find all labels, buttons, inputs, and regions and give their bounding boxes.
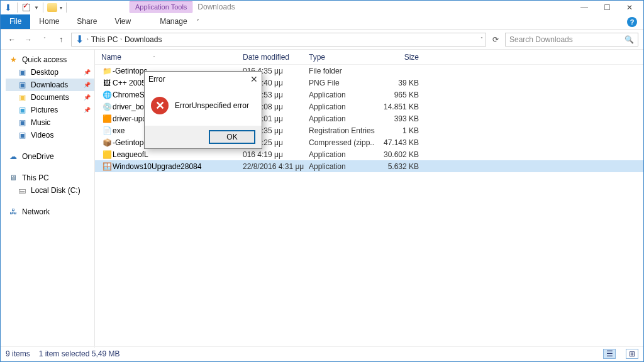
- refresh-button[interactable]: ⟳: [490, 35, 501, 44]
- nav-up-button[interactable]: ↑: [55, 33, 67, 46]
- file-size: 14.851 KB: [375, 102, 419, 111]
- ribbon-collapse-icon[interactable]: ˅: [196, 18, 199, 25]
- tab-share[interactable]: Share: [68, 14, 106, 29]
- dialog-close-button[interactable]: ✕: [250, 74, 258, 84]
- location-down-arrow-icon[interactable]: ⬇: [74, 35, 84, 45]
- sidebar-item-music[interactable]: ▣Music: [6, 116, 94, 129]
- dialog-ok-button[interactable]: OK: [209, 130, 255, 144]
- nav-back-button[interactable]: ←: [6, 33, 18, 46]
- chevron-right-icon[interactable]: ›: [87, 36, 89, 42]
- tab-manage[interactable]: Manage: [151, 14, 196, 29]
- file-name: Windows10Upgrade28084: [113, 162, 243, 171]
- disk-icon: 🖴: [17, 186, 27, 195]
- separator: [66, 3, 67, 13]
- star-icon: ★: [8, 55, 18, 64]
- col-type[interactable]: Type: [309, 53, 375, 62]
- sidebar-item-videos[interactable]: ▣Videos: [6, 129, 94, 141]
- sidebar-item-documents[interactable]: ▣Documents📌: [6, 91, 94, 104]
- address-history-dropdown[interactable]: ˅: [480, 36, 483, 42]
- file-icon: 🖼: [101, 78, 113, 88]
- file-icon: 🟧: [101, 114, 113, 124]
- help-icon[interactable]: ?: [627, 17, 637, 27]
- network-icon: 🖧: [8, 207, 18, 216]
- view-details-button[interactable]: ☰: [603, 349, 616, 359]
- file-row[interactable]: 🟨LeagueofL016 4:19 μμApplication30.602 K…: [95, 148, 643, 160]
- folder-icon: ▣: [17, 106, 27, 114]
- file-name: LeagueofL: [113, 150, 243, 159]
- error-icon: ✕: [151, 97, 169, 114]
- chevron-right-icon[interactable]: ›: [120, 36, 122, 42]
- qat-new-folder-icon[interactable]: [47, 3, 57, 12]
- file-icon: 🪟: [101, 162, 113, 172]
- file-size: 1 KB: [375, 126, 419, 135]
- sidebar-item-pictures[interactable]: ▣Pictures📌: [6, 104, 94, 116]
- file-date: 016 4:19 μμ: [243, 150, 309, 159]
- navigation-pane: ★Quick access ▣Desktop📌▣Downloads📌▣Docum…: [1, 50, 95, 348]
- minimize-button[interactable]: —: [573, 1, 596, 14]
- file-type: Application: [309, 102, 375, 111]
- file-icon: 🌐: [101, 90, 113, 100]
- pin-icon: 📌: [84, 69, 91, 75]
- folder-icon: ▣: [17, 93, 27, 102]
- tab-file[interactable]: File: [1, 14, 30, 29]
- sidebar-this-pc[interactable]: 🖥This PC: [6, 172, 94, 184]
- file-icon: 📁: [101, 66, 113, 76]
- cloud-icon: ☁: [8, 152, 18, 161]
- file-type: PNG File: [309, 79, 375, 87]
- monitor-icon: 🖥: [8, 173, 18, 182]
- pin-icon: 📌: [84, 82, 91, 88]
- status-bar: 9 items 1 item selected 5,49 MB ☰ ⊞: [1, 346, 643, 360]
- folder-icon: ▣: [17, 80, 27, 89]
- sidebar-item-downloads[interactable]: ▣Downloads📌: [6, 79, 94, 91]
- tab-home[interactable]: Home: [30, 14, 68, 29]
- nav-forward-button[interactable]: →: [22, 33, 35, 46]
- file-type: Registration Entries: [309, 126, 375, 135]
- dialog-title: Error: [148, 75, 165, 84]
- address-bar[interactable]: ⬇ › This PC › Downloads ˅: [71, 33, 486, 47]
- sidebar-network[interactable]: 🖧Network: [6, 206, 94, 218]
- col-name[interactable]: Name: [101, 53, 121, 62]
- close-button[interactable]: ✕: [618, 1, 641, 14]
- file-size: 47.143 KB: [375, 138, 419, 147]
- col-date[interactable]: Date modified: [243, 53, 309, 62]
- file-row[interactable]: 🪟Windows10Upgrade2808422/8/2016 4:31 μμA…: [95, 160, 643, 172]
- sidebar-quick-access[interactable]: ★Quick access: [6, 53, 94, 66]
- file-type: File folder: [309, 67, 375, 75]
- file-type: Application: [309, 162, 375, 171]
- qat-properties-icon[interactable]: [21, 3, 31, 13]
- window-title: Downloads: [197, 3, 235, 11]
- status-item-count: 9 items: [6, 349, 30, 358]
- view-thumbnails-button[interactable]: ⊞: [626, 349, 638, 359]
- file-type: Compressed (zipp...: [309, 138, 375, 147]
- separator: [43, 3, 43, 13]
- nav-recent-dropdown[interactable]: ˅: [38, 33, 51, 46]
- col-size[interactable]: Size: [375, 53, 419, 62]
- column-headers[interactable]: Name˄ Date modified Type Size: [95, 50, 643, 65]
- file-icon: 🟨: [101, 150, 113, 160]
- folder-icon: ▣: [17, 131, 27, 140]
- file-size: 39 KB: [375, 79, 419, 87]
- file-icon: 💿: [101, 102, 113, 112]
- qat-overflow-icon[interactable]: ▾: [60, 5, 62, 11]
- separator: [17, 3, 18, 13]
- breadcrumb-downloads[interactable]: Downloads: [125, 35, 162, 44]
- sidebar-local-disk[interactable]: 🖴Local Disk (C:): [6, 184, 94, 197]
- search-icon: 🔍: [625, 35, 634, 44]
- folder-icon: ▣: [17, 118, 27, 127]
- qat-dropdown-icon[interactable]: ▼: [34, 5, 39, 11]
- file-type: Application: [309, 90, 375, 99]
- file-icon: 📄: [101, 126, 113, 136]
- breadcrumb-this-pc[interactable]: This PC: [91, 35, 118, 44]
- search-input[interactable]: Search Downloads 🔍: [505, 33, 638, 47]
- sidebar-onedrive[interactable]: ☁OneDrive: [6, 150, 94, 163]
- tab-view[interactable]: View: [106, 14, 140, 29]
- file-type: Application: [309, 114, 375, 123]
- file-size: 30.602 KB: [375, 150, 419, 159]
- context-tab-application-tools[interactable]: Application Tools: [130, 1, 192, 13]
- maximize-button[interactable]: ☐: [596, 1, 618, 14]
- status-selection: 1 item selected 5,49 MB: [39, 349, 120, 358]
- file-type: Application: [309, 150, 375, 159]
- qat-down-arrow-icon[interactable]: ⬇: [3, 3, 13, 13]
- dialog-message: ErrorUnspecified error: [175, 101, 249, 110]
- sidebar-item-desktop[interactable]: ▣Desktop📌: [6, 66, 94, 79]
